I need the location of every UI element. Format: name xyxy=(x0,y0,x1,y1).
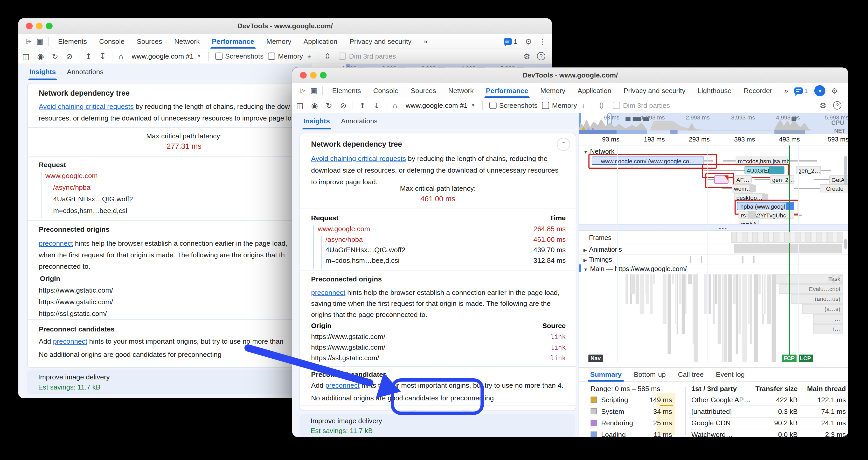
scrollbar-thumb[interactable] xyxy=(844,156,847,185)
tab-elements[interactable]: Elements xyxy=(326,83,367,97)
inspect-cursor-icon[interactable]: ⌲ xyxy=(24,37,34,45)
screenshots-checkbox[interactable] xyxy=(215,53,222,60)
timings-track-label[interactable]: ▶Timings xyxy=(584,256,612,263)
tab-bottom-up[interactable]: Bottom-up xyxy=(634,368,666,381)
request-row[interactable]: m=cdos,hsm…bee,d,csi xyxy=(53,207,127,215)
party-cell[interactable]: Other Google AP… xyxy=(691,396,750,404)
reload-record-icon[interactable]: ↻ xyxy=(52,49,58,63)
request-row[interactable]: www.google.com xyxy=(45,172,98,180)
memory-label[interactable]: Memory xyxy=(278,52,303,60)
inspect-cursor-icon[interactable]: ⌲ xyxy=(298,86,308,95)
home-icon[interactable]: ⌂ xyxy=(119,49,123,63)
record-icon[interactable]: ◉ xyxy=(37,49,44,63)
more-tabs-button[interactable]: » xyxy=(417,34,434,48)
network-request-bar[interactable]: AF… xyxy=(734,175,751,184)
main-track-label[interactable]: ▼Main — https://www.google.com/ xyxy=(584,265,687,273)
screenshots-checkbox[interactable] xyxy=(489,102,496,109)
download-profile-icon[interactable]: ↧ xyxy=(373,98,380,112)
issues-icon[interactable] xyxy=(504,38,512,44)
collect-garbage-icon[interactable]: ⍖ xyxy=(307,49,311,63)
help-icon[interactable]: ? xyxy=(833,101,841,110)
tab-privacy[interactable]: Privacy and security xyxy=(343,34,417,48)
tab-network[interactable]: Network xyxy=(442,83,480,97)
target-selector[interactable]: www.google.com #1 xyxy=(406,102,468,109)
dim-3rd-parties-checkbox[interactable] xyxy=(339,53,346,60)
flame-block[interactable]: r… xyxy=(813,324,843,333)
settings-gear-icon[interactable]: ⚙ xyxy=(831,86,838,95)
chevron-down-icon[interactable]: ▼ xyxy=(197,54,201,59)
tab-application[interactable]: Application xyxy=(571,83,617,97)
tab-application[interactable]: Application xyxy=(298,34,343,48)
request-row[interactable]: www.google.com xyxy=(318,225,370,233)
dim-3rd-parties-checkbox[interactable] xyxy=(613,102,620,109)
collect-garbage-icon[interactable]: ⍖ xyxy=(581,98,586,112)
issues-icon[interactable] xyxy=(794,87,803,94)
network-request-bar[interactable]: rs=AA xyxy=(738,220,759,224)
animations-track-label[interactable]: ▶Animations xyxy=(584,246,622,254)
origin-source[interactable]: link xyxy=(550,354,566,362)
flame-block[interactable]: _… xyxy=(813,314,843,323)
screenshots-label[interactable]: Screenshots xyxy=(225,52,264,60)
tab-lighthouse[interactable]: Lighthouse xyxy=(692,83,738,97)
clear-icon[interactable]: ⊘ xyxy=(340,98,346,112)
memory-checkbox[interactable] xyxy=(542,102,549,109)
download-profile-icon[interactable]: ↧ xyxy=(99,49,106,63)
tab-sources[interactable]: Sources xyxy=(131,34,168,48)
party-header[interactable]: 1st / 3rd party xyxy=(691,385,737,393)
titlebar[interactable]: DevTools - www.google.com/ xyxy=(292,67,848,84)
tab-sources[interactable]: Sources xyxy=(405,83,442,97)
network-request-bar[interactable]: gen_2… xyxy=(770,175,794,184)
flame-block[interactable]: (a…s) xyxy=(802,304,843,314)
more-tabs-button[interactable]: » xyxy=(778,83,794,97)
collapse-chevron-button[interactable]: ⌃ xyxy=(557,138,570,151)
network-request-bar[interactable]: gen_2… xyxy=(796,166,821,174)
chevron-down-icon[interactable]: ▼ xyxy=(471,103,475,108)
device-toolbar-icon[interactable]: ▣ xyxy=(35,37,44,45)
flame-task-block[interactable]: Task xyxy=(774,274,843,284)
clear-icon[interactable]: ⊘ xyxy=(66,49,72,63)
upload-profile-icon[interactable]: ↥ xyxy=(85,49,92,63)
dim-3rd-parties-label[interactable]: Dim 3rd parties xyxy=(349,52,396,60)
screenshots-label[interactable]: Screenshots xyxy=(499,102,537,109)
home-icon[interactable]: ⌂ xyxy=(393,98,397,112)
origin-row[interactable]: https://www.gstatic.com/ xyxy=(39,298,113,306)
device-toolbar-icon[interactable]: ▣ xyxy=(309,86,319,95)
tab-privacy[interactable]: Privacy and security xyxy=(618,83,692,97)
kebab-menu-icon[interactable]: ⋮ xyxy=(845,86,848,95)
frames-track-label[interactable]: Frames xyxy=(589,234,612,242)
tab-memory[interactable]: Memory xyxy=(534,83,571,97)
flame-anonymous-block[interactable]: (ano…us) xyxy=(791,294,843,304)
titlebar[interactable]: DevTools - www.google.com/ xyxy=(18,18,552,34)
request-row[interactable]: 4UaGrENHsx…QtG.woff2 xyxy=(53,195,133,203)
collapse-tracks-icon[interactable]: ⇳ xyxy=(598,98,605,112)
perf-settings-gear-icon[interactable]: ⚙ xyxy=(819,101,827,110)
tab-call-tree[interactable]: Call tree xyxy=(678,368,704,381)
main-thread-header[interactable]: Main thread tim xyxy=(807,385,848,393)
kebab-menu-icon[interactable]: ⋮ xyxy=(539,37,547,45)
pane-splitter[interactable]: ••• xyxy=(579,224,848,231)
origin-row[interactable]: https://ssl.gstatic.com/ xyxy=(39,310,106,318)
avoid-chaining-link[interactable]: Avoid chaining critical requests xyxy=(39,103,133,111)
collapse-tracks-icon[interactable]: ⇳ xyxy=(324,49,331,63)
tab-performance[interactable]: Performance xyxy=(480,83,534,97)
tab-console[interactable]: Console xyxy=(367,83,405,97)
preconnect-link[interactable]: preconnect xyxy=(39,239,73,247)
tab-elements[interactable]: Elements xyxy=(52,34,93,48)
origin-row[interactable]: https://www.gstatic.com/ xyxy=(311,343,385,352)
origin-source[interactable]: link xyxy=(550,343,566,352)
party-cell[interactable]: Google CDN xyxy=(691,419,731,427)
subtab-insights[interactable]: Insights xyxy=(303,113,330,129)
flame-evaluate-block[interactable]: Evalu…cript xyxy=(779,284,843,294)
settings-gear-icon[interactable]: ⚙ xyxy=(525,37,532,45)
tab-event-log[interactable]: Event log xyxy=(716,368,745,381)
issues-count[interactable]: 1 xyxy=(804,87,808,94)
request-row[interactable]: m=cdos,hsm…bee,d,csi xyxy=(326,257,399,264)
origin-row[interactable]: https://www.gstatic.com/ xyxy=(39,287,113,294)
dock-panel-icon[interactable]: ◫ xyxy=(296,98,303,112)
scrollbar-thumb[interactable] xyxy=(844,239,847,249)
subtab-annotations[interactable]: Annotations xyxy=(67,64,103,80)
tab-network[interactable]: Network xyxy=(168,34,206,48)
help-icon[interactable]: ? xyxy=(537,52,545,60)
preconnect-link[interactable]: preconnect xyxy=(311,289,345,296)
reload-record-icon[interactable]: ↻ xyxy=(326,98,332,112)
